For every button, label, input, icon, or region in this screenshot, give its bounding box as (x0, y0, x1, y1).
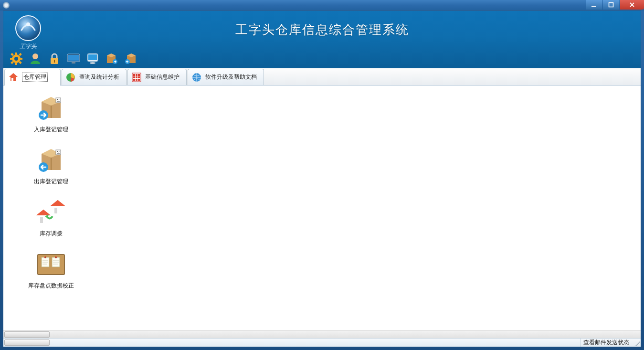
svg-rect-54 (53, 206, 63, 213)
pie-chart-icon (65, 72, 76, 83)
settings-gear-icon (10, 52, 23, 65)
status-mail-link[interactable]: 查看邮件发送状态 (580, 339, 632, 347)
tab-basic-info[interactable]: 基础信息维护 (127, 69, 187, 85)
tab-label: 软件升级及帮助文档 (205, 73, 257, 81)
svg-rect-41 (138, 79, 140, 81)
svg-point-65 (44, 256, 46, 258)
user-icon (29, 53, 42, 65)
toolbar-package-in-button[interactable] (105, 52, 119, 66)
svg-point-66 (55, 256, 57, 258)
statusbar-scroll-thumb[interactable] (4, 339, 50, 346)
box-in-icon (34, 94, 68, 123)
nav-item-inventory-correction[interactable]: 库存盘点数据校正 (13, 250, 89, 290)
app-title: 工字头仓库信息综合管理系统 (3, 21, 641, 38)
status-bar: 查看邮件发送状态 (3, 338, 641, 347)
content-horizontal-scrollbar[interactable] (3, 330, 641, 338)
nav-item-label: 出库登记管理 (13, 178, 89, 186)
nav-item-label: 入库登记管理 (13, 126, 89, 134)
package-out-icon (125, 53, 137, 64)
toolbar-settings-button[interactable] (9, 52, 23, 66)
minimize-icon (591, 2, 597, 8)
nav-item-label: 库存盘点数据校正 (13, 282, 89, 290)
svg-rect-6 (15, 53, 17, 55)
tab-warehouse-management[interactable]: 仓库管理 (4, 69, 61, 85)
main-toolbar (9, 52, 138, 66)
svg-rect-33 (133, 74, 135, 76)
nav-item-outbound[interactable]: 出库登记管理 (13, 146, 89, 186)
svg-rect-1 (609, 3, 613, 7)
app-client-area: 工字头 工字头仓库信息综合管理系统 (3, 11, 641, 347)
svg-rect-60 (40, 217, 43, 223)
tab-label: 仓库管理 (22, 73, 48, 82)
toolbar-package-out-button[interactable] (124, 52, 138, 66)
svg-rect-8 (10, 58, 12, 60)
nav-item-label: 库存调拨 (13, 230, 89, 238)
grid-settings-icon (131, 72, 142, 83)
svg-rect-35 (138, 74, 140, 76)
svg-marker-59 (36, 210, 51, 215)
svg-marker-55 (51, 200, 65, 206)
svg-point-5 (14, 57, 18, 61)
svg-rect-56 (54, 208, 57, 213)
tab-label: 查询及统计分析 (79, 73, 119, 81)
svg-rect-30 (11, 78, 13, 81)
svg-rect-0 (591, 6, 596, 7)
nav-items-panel: 入库登记管理 出库登记管理 (3, 85, 641, 311)
toolbar-display-button[interactable] (85, 52, 100, 66)
corkboard-notes-icon (34, 250, 68, 279)
svg-rect-40 (136, 79, 137, 81)
svg-point-14 (32, 53, 38, 59)
minimize-button[interactable] (586, 0, 602, 10)
box-out-icon (34, 146, 68, 175)
house-transfer-icon (34, 198, 68, 227)
svg-rect-10 (11, 53, 13, 56)
toolbar-monitor-button[interactable] (66, 52, 81, 66)
svg-rect-12 (19, 53, 21, 56)
svg-rect-9 (20, 58, 22, 60)
os-window: 工字头 工字头仓库信息综合管理系统 (0, 0, 644, 350)
status-mail-label: 查看邮件发送状态 (583, 339, 629, 347)
window-controls (586, 0, 644, 10)
toolbar-user-button[interactable] (28, 52, 42, 66)
nav-item-transfer[interactable]: 库存调拨 (13, 198, 89, 238)
svg-rect-19 (72, 62, 75, 64)
maximize-button[interactable] (603, 0, 619, 10)
svg-rect-16 (54, 60, 55, 63)
nav-item-inbound[interactable]: 入库登记管理 (13, 94, 89, 134)
scrollbar-thumb[interactable] (4, 331, 50, 338)
globe-icon (191, 72, 202, 83)
main-tabstrip: 仓库管理 查询及统计分析 基础信息维护 软件升级及帮助文档 (3, 68, 641, 85)
app-logo-caption: 工字头 (14, 42, 42, 51)
svg-rect-34 (136, 74, 137, 76)
svg-rect-21 (88, 54, 97, 60)
toolbar-lock-button[interactable] (47, 52, 62, 66)
tab-label: 基础信息维护 (145, 73, 179, 81)
svg-rect-38 (138, 76, 140, 78)
package-in-icon (106, 53, 118, 64)
maximize-icon (608, 2, 614, 8)
svg-point-22 (90, 62, 95, 64)
svg-rect-37 (136, 76, 137, 78)
close-icon (629, 2, 635, 8)
house-icon (8, 72, 19, 83)
lock-icon (49, 53, 60, 65)
svg-rect-7 (15, 63, 17, 65)
screen-display-icon (86, 53, 99, 64)
svg-rect-39 (133, 79, 135, 81)
tab-upgrade-help[interactable]: 软件升级及帮助文档 (188, 69, 264, 85)
svg-rect-36 (133, 76, 135, 78)
tab-content: 入库登记管理 出库登记管理 (3, 85, 641, 338)
tab-query-statistics[interactable]: 查询及统计分析 (62, 69, 127, 85)
svg-rect-18 (68, 55, 79, 61)
close-button[interactable] (620, 0, 644, 10)
os-titlebar[interactable] (0, 0, 644, 11)
app-small-icon (3, 2, 10, 9)
resize-grip[interactable] (633, 339, 640, 346)
app-banner: 工字头 工字头仓库信息综合管理系统 (3, 11, 641, 68)
monitor-icon (67, 53, 80, 64)
